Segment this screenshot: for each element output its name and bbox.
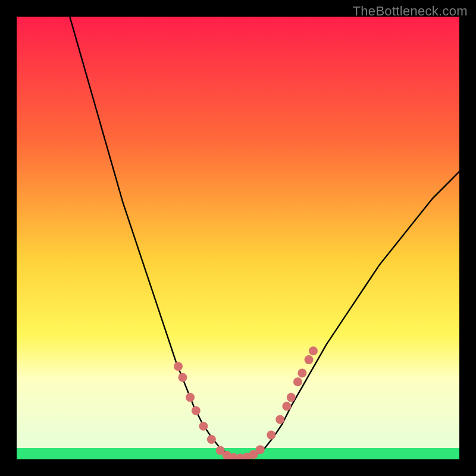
curve-dot — [282, 402, 291, 411]
curve-dot — [267, 431, 275, 440]
curve-dot — [256, 445, 265, 454]
bottleneck-curve — [70, 17, 459, 458]
curve-dot — [293, 377, 302, 386]
curve-dot — [192, 406, 201, 415]
curve-dot — [178, 373, 187, 382]
curve-dot — [298, 368, 306, 377]
curve-dot — [199, 422, 208, 431]
curve-dot — [174, 362, 183, 371]
curve-dot — [207, 435, 216, 444]
curve-dot — [287, 393, 296, 402]
curve-dot — [275, 415, 284, 424]
curve-dot — [186, 393, 195, 402]
curve-dot — [309, 346, 318, 355]
chart-overlay — [17, 17, 459, 459]
chart-stage: TheBottleneck.com — [0, 0, 476, 476]
curve-dot — [305, 355, 314, 364]
plot-area — [17, 17, 459, 459]
highlight-dots — [174, 346, 318, 459]
watermark-text: TheBottleneck.com — [353, 4, 468, 19]
